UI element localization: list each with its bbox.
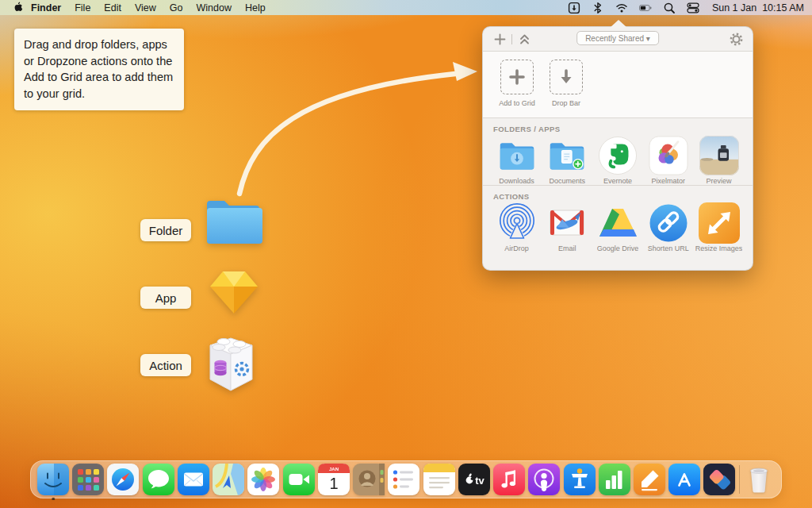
panel-item-label: Shorten URL	[648, 244, 689, 252]
dock-pages-icon[interactable]	[634, 464, 665, 495]
instruction-text: Drag and drop folders, apps or Dropzone …	[24, 38, 173, 100]
apple-menu-icon[interactable]	[13, 2, 23, 13]
dock-numbers-icon[interactable]	[599, 464, 630, 495]
menu-bar-status: Sun 1 Jan 10:15 AM	[568, 2, 804, 14]
google-drive-icon	[597, 203, 638, 243]
panel-item-documents[interactable]: Documents	[542, 136, 592, 185]
instruction-callout: Drag and drop folders, apps or Dropzone …	[14, 29, 184, 110]
plus-icon	[500, 60, 534, 94]
dock-mail-icon[interactable]	[178, 464, 209, 495]
evernote-icon	[598, 136, 638, 175]
panel-item-label: Resize Images	[695, 244, 743, 252]
panel-item-label: Email	[558, 244, 576, 252]
panel-item-downloads[interactable]: Downloads	[492, 136, 542, 185]
menu-finder[interactable]: Finder	[31, 2, 61, 13]
panel-item-label: Google Drive	[597, 244, 639, 252]
control-center-icon[interactable]	[687, 2, 700, 14]
menu-window[interactable]: Window	[196, 2, 231, 13]
panel-item-resize-images[interactable]: Resize Images	[694, 203, 744, 252]
dock-shortcuts-icon[interactable]	[703, 464, 735, 495]
section-title: ACTIONS	[493, 192, 753, 201]
drop-target-add-to-grid[interactable]: Add to Grid	[492, 60, 542, 117]
panel-item-label: Preview	[706, 177, 731, 185]
dock-maps-icon[interactable]	[213, 464, 244, 495]
panel-item-airdrop[interactable]: AirDrop	[492, 203, 542, 252]
status-icon-slots	[568, 2, 700, 14]
section-folders-apps: FOLDERS / APPSDownloadsDocumentsEvernote…	[483, 118, 753, 185]
panel-sections: FOLDERS / APPSDownloadsDocumentsEvernote…	[483, 118, 753, 252]
folder-label: Folder	[140, 219, 191, 241]
settings-gear-icon[interactable]	[727, 31, 745, 47]
dock-separator	[739, 465, 740, 494]
panel-item-google-drive[interactable]: Google Drive	[593, 203, 643, 252]
dock-launchpad-icon[interactable]	[72, 464, 104, 495]
drop-target-label: Drop Bar	[552, 99, 580, 107]
add-icon[interactable]	[491, 31, 508, 47]
drop-target-drop-bar[interactable]: Drop Bar	[542, 60, 591, 117]
menu-bar-time[interactable]: 10:15 AM	[762, 2, 804, 13]
svg-text:tv: tv	[475, 475, 485, 487]
menu-go[interactable]: Go	[170, 2, 183, 13]
panel-header: Recently Shared ▾	[483, 27, 753, 52]
shorten-url-icon	[648, 203, 689, 243]
arrow-down-icon	[550, 60, 583, 94]
dock: JAN1tv	[30, 460, 782, 498]
dock-keynote-icon[interactable]	[564, 464, 596, 495]
airdrop-icon	[496, 203, 538, 243]
resize-images-icon	[699, 203, 740, 243]
panel-item-label: Documents	[549, 177, 585, 185]
dock-reminders-icon[interactable]	[388, 464, 419, 495]
dock-calendar-icon[interactable]: JAN1	[318, 464, 350, 495]
dock-trash-icon[interactable]	[743, 464, 775, 495]
menu-help[interactable]: Help	[245, 2, 266, 13]
menu-file[interactable]: File	[75, 2, 90, 13]
menu-bar-date[interactable]: Sun 1 Jan	[712, 2, 756, 13]
documents-folder-icon	[548, 136, 586, 175]
dock-notes-icon[interactable]	[423, 464, 455, 495]
panel-item-label: AirDrop	[504, 244, 529, 252]
wifi-icon[interactable]	[615, 2, 629, 14]
collapse-chevrons-icon[interactable]	[515, 31, 533, 47]
dock-facetime-icon[interactable]	[283, 464, 315, 495]
header-separator	[511, 34, 512, 44]
preview-icon	[699, 136, 739, 175]
menu-view[interactable]: View	[135, 2, 156, 13]
dock-app-store-icon[interactable]	[668, 464, 700, 495]
panel-item-email[interactable]: Email	[542, 203, 592, 252]
menu-items: FinderFileEditViewGoWindowHelp	[31, 2, 279, 13]
action-label: Action	[140, 354, 191, 376]
spotlight-icon[interactable]	[663, 2, 676, 14]
bluetooth-icon[interactable]	[592, 2, 605, 14]
dock-contacts-icon[interactable]	[353, 464, 385, 495]
recently-shared-dropdown[interactable]: Recently Shared ▾	[576, 31, 659, 45]
svg-text:JAN: JAN	[329, 467, 339, 471]
panel-item-shorten-url[interactable]: Shorten URL	[643, 203, 693, 252]
dock-safari-icon[interactable]	[107, 464, 139, 495]
dock-finder-icon[interactable]	[37, 464, 69, 495]
panel-item-pixelmator[interactable]: Pixelmator	[643, 136, 693, 185]
desktop-action-brick-icon[interactable]	[200, 332, 263, 400]
panel-item-label: Pixelmator	[651, 177, 685, 185]
dock-messages-icon[interactable]	[143, 464, 174, 495]
menu-bar: FinderFileEditViewGoWindowHelp Sun 1 Jan…	[0, 0, 812, 15]
dropzone-menubar-icon[interactable]	[568, 2, 581, 14]
dropzone-panel: Recently Shared ▾ Add to GridDrop Bar FO…	[482, 26, 753, 271]
drop-target-label: Add to Grid	[499, 99, 535, 107]
app-label: App	[140, 287, 191, 309]
panel-item-preview[interactable]: Preview	[694, 136, 744, 185]
desktop-sketch-app-icon[interactable]	[207, 267, 261, 320]
section-actions: ACTIONSAirDropEmailGoogle DriveShorten U…	[483, 185, 753, 252]
svg-text:1: 1	[329, 475, 338, 492]
panel-item-label: Downloads	[499, 177, 534, 185]
battery-icon[interactable]	[639, 2, 653, 14]
dock-podcasts-icon[interactable]	[528, 464, 560, 495]
panel-item-label: Evernote	[603, 177, 632, 185]
desktop-folder-icon[interactable]	[204, 196, 262, 248]
panel-item-evernote[interactable]: Evernote	[593, 136, 643, 185]
dock-photos-icon[interactable]	[247, 464, 279, 495]
dock-apple-tv-icon[interactable]: tv	[458, 464, 490, 495]
database-glyph	[215, 360, 227, 375]
email-icon	[546, 203, 588, 243]
menu-edit[interactable]: Edit	[104, 2, 121, 13]
dock-music-icon[interactable]	[493, 464, 525, 495]
